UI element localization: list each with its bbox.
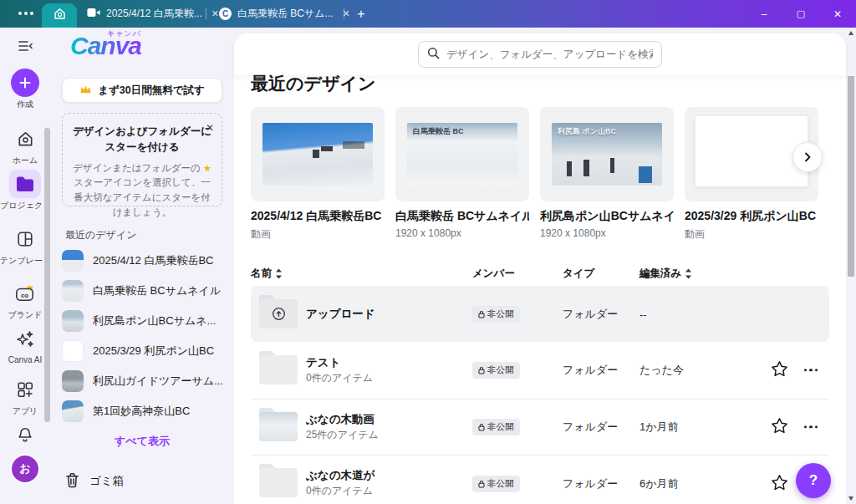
bell-icon: [9, 420, 41, 449]
tab-label: 白馬乗鞍岳 BCサム...: [237, 7, 334, 21]
recent-designs-header: 最近のデザイン: [65, 228, 136, 242]
design-thumbnail: [62, 400, 84, 422]
sidebar-item-projects[interactable]: プロジェクト: [0, 170, 50, 211]
show-all-link[interactable]: すべて表示: [50, 434, 234, 449]
rail-label: テンプレート: [0, 255, 50, 267]
recent-design-item[interactable]: 第1回妙高神奈山BC: [62, 397, 227, 425]
design-thumbnail: [62, 250, 84, 272]
star-button[interactable]: [771, 474, 788, 494]
star-tip-card: ✕ デザインおよびフォルダーに スターを付ける デザインまたはフォルダーの ★ …: [62, 113, 222, 206]
new-tab-button[interactable]: +: [352, 5, 370, 23]
home-icon: [9, 125, 41, 153]
projects-folder-icon: [9, 170, 41, 198]
help-button[interactable]: ?: [796, 463, 831, 498]
design-card[interactable]: 利尻島 ポン山BC 利尻島ポン山BCサムネイル 1920 x 1080px: [540, 107, 674, 239]
minimize-button[interactable]: –: [746, 0, 782, 28]
design-card[interactable]: 白馬乗鞍岳 BC 白馬乗鞍岳 BCサムネイル 1920 x 1080px: [395, 107, 529, 239]
brand-icon: co: [9, 279, 41, 308]
recent-design-item[interactable]: 白馬乗鞍岳 BCサムネイル: [62, 277, 227, 305]
sidebar-item-home[interactable]: ホーム: [0, 125, 50, 166]
rail-label: アプリ: [0, 405, 50, 417]
tab-divider: [206, 8, 206, 19]
star-button[interactable]: [771, 360, 788, 380]
carousel-next-button[interactable]: [792, 142, 823, 172]
column-header-edited[interactable]: 編集済み: [639, 266, 692, 281]
trash-item[interactable]: ゴミ箱: [65, 472, 124, 491]
rail-label: Canva AI: [0, 355, 50, 364]
tab-design-1[interactable]: 2025/4/12 白馬乗鞍... ✕: [80, 0, 226, 28]
sort-icon: [685, 268, 692, 279]
search-header: [234, 33, 846, 75]
design-card[interactable]: 2025/4/12 白馬乗鞍岳BC 動画: [251, 107, 385, 242]
canva-logo[interactable]: キャンバ Canva: [70, 32, 171, 69]
lock-icon: [478, 423, 485, 431]
sidebar-item-apps[interactable]: アプリ: [0, 375, 50, 417]
tab-home[interactable]: [42, 3, 77, 28]
close-button[interactable]: ✕: [819, 0, 856, 28]
star-button[interactable]: [771, 417, 788, 437]
scrollbar-thumb[interactable]: [848, 76, 854, 277]
maximize-button[interactable]: ▢: [782, 0, 819, 28]
apps-grid-icon: [9, 375, 41, 404]
rail-scrollbar[interactable]: [44, 128, 50, 422]
canva-logo-jp: キャンバ: [107, 28, 141, 39]
page-title: 最近のデザイン: [251, 72, 375, 95]
window-controls: – ▢ ✕: [746, 0, 856, 28]
vertical-scrollbar[interactable]: [846, 28, 856, 504]
thumbnail-overlay-text: 白馬乗鞍岳 BC: [413, 126, 471, 137]
row-menu-button[interactable]: [801, 369, 821, 372]
table-row-folder[interactable]: テスト 0件のアイテム 非公開 フォルダー たった今: [251, 342, 829, 398]
app-menu-button[interactable]: [13, 5, 38, 22]
private-badge: 非公開: [472, 362, 520, 379]
home-icon: [53, 7, 67, 24]
search-bar[interactable]: [418, 41, 662, 68]
folder-icon: [259, 412, 298, 441]
tab-label: 2025/4/12 白馬乗鞍...: [106, 7, 202, 21]
sidebar-item-brand[interactable]: co ブランド: [0, 279, 50, 321]
tab-design-2[interactable]: C 白馬乗鞍岳 BCサム... ✕: [212, 0, 357, 28]
sort-icon: [275, 268, 283, 279]
tab-divider: [344, 8, 344, 19]
canva-app-window: 2025/4/12 白馬乗鞍... ✕ C 白馬乗鞍岳 BCサム... ✕ + …: [0, 0, 856, 504]
star-icon: ★: [203, 163, 211, 173]
column-header-name[interactable]: 名前: [251, 266, 283, 281]
create-button[interactable]: 作成: [0, 69, 50, 110]
uploads-folder-icon: [259, 299, 298, 328]
rail-label: ホーム: [0, 155, 50, 166]
rail-label: ブランド: [0, 309, 50, 321]
design-thumbnail: 利尻島 ポン山BC: [540, 107, 674, 201]
recent-design-item[interactable]: 2025/3/29 利尻ポン山BC: [62, 337, 227, 365]
sidebar-item-canva-ai[interactable]: Canva AI: [0, 325, 50, 364]
svg-text:co: co: [21, 292, 28, 299]
rail-label: プロジェクト: [0, 200, 50, 211]
free-trial-button[interactable]: まず30日間無料で試す: [62, 78, 222, 103]
search-input[interactable]: [446, 48, 653, 60]
design-thumbnail: 白馬乗鞍岳 BC: [395, 107, 529, 201]
lock-icon: [478, 480, 485, 488]
scroll-up-arrow[interactable]: [848, 31, 853, 35]
table-row-uploads[interactable]: アップロード 非公開 フォルダー --: [251, 286, 829, 342]
recent-design-item[interactable]: 利尻島ポン山BCサムネ...: [62, 307, 227, 335]
tip-body: デザインまたはフォルダーの ★ スターアイコンを選択して、一番大切なアイテムにス…: [71, 161, 213, 221]
account-avatar[interactable]: お: [0, 456, 50, 482]
titlebar: 2025/4/12 白馬乗鞍... ✕ C 白馬乗鞍岳 BCサム... ✕ + …: [0, 0, 856, 28]
sidebar-item-templates[interactable]: テンプレート: [0, 225, 50, 267]
create-label: 作成: [0, 99, 50, 110]
recent-design-item[interactable]: 2025/4/12 白馬乗鞍岳BC: [62, 247, 227, 275]
trash-icon: [65, 472, 79, 491]
table-row-folder[interactable]: ぶなの木動画 25件のアイテム 非公開 フォルダー 1か月前: [251, 399, 829, 455]
notifications-button[interactable]: [0, 420, 50, 449]
close-icon[interactable]: ✕: [206, 122, 214, 134]
table-row-folder[interactable]: ぶなの木道が 0件のアイテム 非公開 フォルダー 6か月前: [251, 455, 829, 504]
row-menu-button[interactable]: [801, 425, 821, 429]
column-header-member: メンバー: [472, 266, 515, 281]
tip-title: デザインおよびフォルダーに スターを付ける: [71, 124, 213, 155]
recent-design-item[interactable]: 利尻山ガイドツアーサム...: [62, 367, 227, 395]
video-icon: [87, 8, 100, 20]
design-thumbnail: [251, 107, 385, 201]
scroll-down-arrow[interactable]: [848, 496, 853, 501]
design-card[interactable]: 2025/3/29 利尻ポン山BC 動画: [685, 107, 818, 242]
free-trial-label: まず30日間無料で試す: [98, 84, 205, 98]
projects-sidebar: キャンバ Canva まず30日間無料で試す ✕ デザインおよびフォルダーに ス…: [50, 28, 234, 504]
collapse-sidebar-button[interactable]: [0, 39, 50, 56]
